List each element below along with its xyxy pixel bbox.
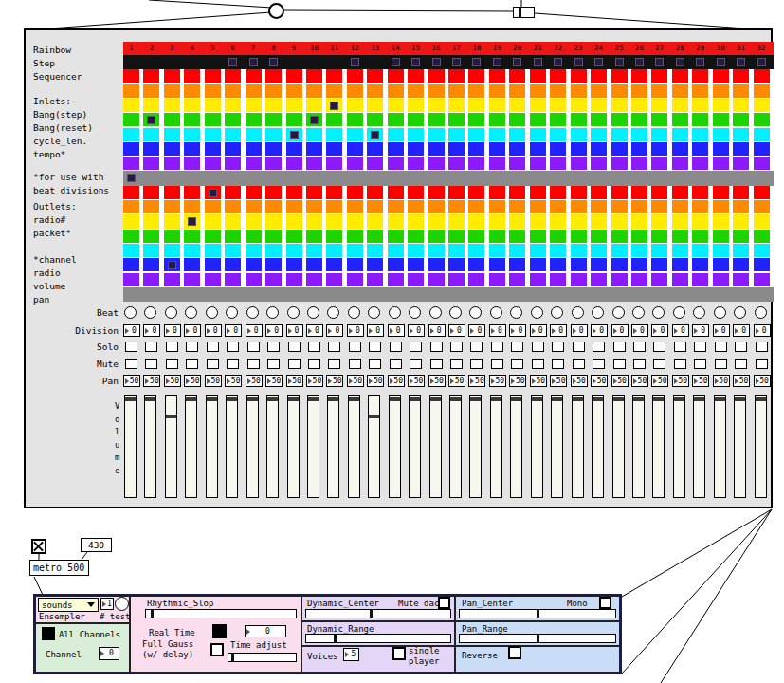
division-numberbox[interactable]: 0 xyxy=(468,324,485,337)
step-cell[interactable] xyxy=(184,258,200,271)
step-cell[interactable] xyxy=(164,99,180,112)
step-cell[interactable] xyxy=(509,214,525,228)
step-cell[interactable] xyxy=(143,244,159,257)
step-cell[interactable] xyxy=(489,99,505,112)
solo-toggle[interactable] xyxy=(166,342,178,352)
step-cell[interactable] xyxy=(692,186,708,199)
step-cell[interactable] xyxy=(225,273,241,286)
step-cell[interactable] xyxy=(489,214,505,228)
division-numberbox[interactable]: 0 xyxy=(225,324,242,337)
step-cell[interactable] xyxy=(692,142,708,156)
step-cell[interactable] xyxy=(571,200,587,213)
step-cell[interactable] xyxy=(530,244,546,257)
mute-toggle[interactable] xyxy=(450,359,463,369)
step-cell[interactable] xyxy=(530,99,546,112)
beat-dial[interactable] xyxy=(673,306,685,319)
mute-toggle[interactable] xyxy=(145,359,157,369)
step-cell[interactable] xyxy=(550,142,566,156)
step-cell[interactable] xyxy=(205,230,221,243)
step-cell[interactable] xyxy=(143,99,159,112)
volume-slider[interactable] xyxy=(551,395,563,498)
step-cell[interactable] xyxy=(733,214,749,228)
step-cell[interactable] xyxy=(489,273,505,286)
step-cell[interactable] xyxy=(468,200,484,213)
step-cell[interactable] xyxy=(550,230,566,243)
step-cell[interactable] xyxy=(123,258,139,271)
solo-toggle[interactable] xyxy=(430,342,443,352)
mute-toggle[interactable] xyxy=(247,359,260,369)
step-cell[interactable] xyxy=(286,214,302,228)
step-cell[interactable] xyxy=(164,84,180,98)
step-cell[interactable] xyxy=(530,113,546,126)
step-cell[interactable] xyxy=(347,244,363,257)
volume-slider[interactable] xyxy=(409,395,421,498)
step-cell[interactable] xyxy=(733,113,749,126)
division-numberbox[interactable]: 0 xyxy=(631,324,648,337)
channel-numberbox[interactable]: 0 xyxy=(99,647,119,660)
step-cell[interactable] xyxy=(286,84,302,98)
beat-dial[interactable] xyxy=(592,306,604,319)
division-numberbox[interactable]: 0 xyxy=(611,324,629,337)
beat-dial[interactable] xyxy=(531,306,543,319)
step-cell[interactable] xyxy=(651,200,667,213)
volume-slider[interactable] xyxy=(307,395,319,498)
pan-numberbox[interactable]: 50 xyxy=(754,375,771,387)
single-player-toggle[interactable] xyxy=(392,647,406,660)
step-cell[interactable] xyxy=(265,113,282,126)
step-cell[interactable] xyxy=(509,84,525,98)
all-channels-toggle[interactable] xyxy=(42,627,55,640)
solo-toggle[interactable] xyxy=(593,342,605,352)
mute-toggle[interactable] xyxy=(613,359,626,369)
step-cell[interactable] xyxy=(225,258,241,271)
step-cell[interactable] xyxy=(326,128,342,141)
step-cell[interactable] xyxy=(733,142,749,156)
step-cell[interactable] xyxy=(164,142,180,156)
step-cell[interactable] xyxy=(408,273,424,286)
step-cell[interactable] xyxy=(184,142,200,156)
volume-slider[interactable] xyxy=(693,395,705,498)
step-cell[interactable] xyxy=(205,258,221,271)
rhythmic-slop-slider[interactable] xyxy=(145,609,297,618)
beat-dial[interactable] xyxy=(551,306,563,319)
step-cell[interactable] xyxy=(286,186,302,199)
metro-object[interactable]: metro 500 xyxy=(29,560,89,576)
step-cell[interactable] xyxy=(550,84,566,98)
step-cell[interactable] xyxy=(713,84,729,98)
division-numberbox[interactable]: 0 xyxy=(164,324,181,337)
step-cell[interactable] xyxy=(591,69,607,83)
pan-numberbox[interactable]: 50 xyxy=(143,375,160,387)
step-cell[interactable] xyxy=(571,230,587,243)
step-cell[interactable] xyxy=(591,142,607,156)
beat-dial[interactable] xyxy=(206,306,218,319)
step-cell[interactable] xyxy=(754,200,770,213)
pan-numberbox[interactable]: 50 xyxy=(489,375,506,387)
step-cell[interactable] xyxy=(611,244,628,257)
step-cell[interactable] xyxy=(326,200,342,213)
step-cell[interactable] xyxy=(550,244,566,257)
solo-toggle[interactable] xyxy=(390,342,402,352)
solo-toggle[interactable] xyxy=(267,342,280,352)
step-cell[interactable] xyxy=(205,99,221,112)
top-hslider[interactable] xyxy=(513,7,535,18)
step-cell[interactable] xyxy=(347,128,363,141)
step-cell[interactable] xyxy=(631,186,647,199)
step-cell[interactable] xyxy=(672,200,688,213)
step-cell[interactable] xyxy=(388,200,404,213)
dynamic-center-slider[interactable] xyxy=(305,609,451,618)
division-numberbox[interactable]: 0 xyxy=(326,324,343,337)
beat-dial[interactable] xyxy=(429,306,442,319)
mute-toggle[interactable] xyxy=(308,359,320,369)
step-cell[interactable] xyxy=(631,113,647,126)
step-cell[interactable] xyxy=(754,99,770,112)
step-cell[interactable] xyxy=(692,99,708,112)
volume-slider[interactable] xyxy=(673,395,685,498)
volume-slider[interactable] xyxy=(429,395,442,498)
division-numberbox[interactable]: 0 xyxy=(367,324,384,337)
mute-toggle[interactable] xyxy=(267,359,280,369)
time-numberbox[interactable]: 0 xyxy=(245,625,286,637)
step-cell[interactable] xyxy=(448,128,465,141)
step-cell[interactable] xyxy=(550,273,566,286)
beat-dial[interactable] xyxy=(307,306,319,319)
step-cell[interactable] xyxy=(408,142,424,156)
mute-toggle[interactable] xyxy=(227,359,239,369)
